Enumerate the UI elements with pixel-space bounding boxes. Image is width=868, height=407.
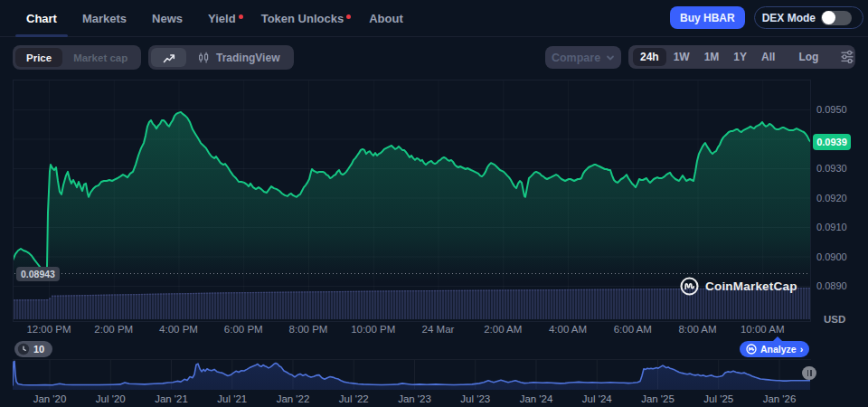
tab-list: ChartMarketsNewsYieldToken UnlocksAbout [15, 0, 418, 36]
line-chart-icon [162, 51, 176, 65]
timeline-label: Jul '24 [582, 393, 612, 405]
y-axis-label: 0.0950 [816, 103, 847, 116]
navigator-resize-handle[interactable] [802, 366, 816, 380]
line-chart-tab[interactable] [151, 48, 186, 67]
tab-yield[interactable]: Yield [197, 0, 247, 36]
notification-dot [239, 14, 243, 19]
metric-tab-price[interactable]: Price [15, 48, 62, 67]
y-axis-label: 0.0890 [816, 279, 847, 292]
y-axis-label: 0.0900 [816, 251, 847, 263]
x-axis-label: 12:00 PM [26, 323, 71, 336]
watermark: CoinMarketCap [680, 277, 797, 296]
x-axis-label: 6:00 PM [224, 323, 263, 336]
watermark-label: CoinMarketCap [705, 279, 797, 293]
x-axis-label: 2:00 AM [484, 323, 522, 336]
log-scale-button[interactable]: Log [791, 48, 826, 66]
range-button-1y[interactable]: 1Y [726, 48, 754, 66]
price-chart-page: ChartMarketsNewsYieldToken UnlocksAbout … [0, 0, 868, 407]
history-count: 10 [33, 344, 44, 355]
currency-label: USD [824, 314, 845, 325]
analyze-logo-icon [746, 344, 757, 355]
chart-settings-button[interactable] [835, 50, 860, 64]
tradingview-label: TradingView [216, 52, 279, 64]
timeline-label: Jan '23 [398, 393, 431, 405]
chevron-down-icon [606, 53, 615, 62]
x-axis-label: 4:00 PM [159, 323, 198, 336]
tab-markets[interactable]: Markets [71, 0, 137, 36]
y-axis-label: 0.0910 [816, 221, 847, 233]
timeline-label: Jul '21 [217, 393, 247, 405]
tab-token-unlocks[interactable]: Token Unlocks [250, 0, 355, 36]
timeline-label: Jul '20 [96, 393, 126, 405]
x-axis-label: 4:00 AM [549, 323, 587, 336]
x-axis-label: 10:00 PM [351, 323, 395, 336]
coinmarketcap-logo-icon [680, 277, 699, 296]
x-axis-label: 8:00 AM [678, 323, 716, 336]
analyze-button[interactable]: Analyze › [740, 341, 809, 357]
notification-dot [346, 14, 351, 19]
tab-about[interactable]: About [358, 0, 414, 36]
analyze-label: Analyze [760, 344, 797, 355]
timeline-label: Jan '24 [520, 393, 553, 405]
navigator-area [13, 361, 810, 390]
timeline-label: Jan '20 [33, 393, 67, 405]
chart-source-tabs: TradingView [148, 45, 294, 70]
y-axis-label: 0.0930 [816, 162, 847, 175]
range-button-1m[interactable]: 1M [697, 48, 727, 66]
timeline-label: Jan '25 [641, 393, 675, 405]
x-axis-label: 24 Mar [422, 323, 455, 336]
timeline-label: Jan '21 [155, 393, 188, 405]
y-axis-label: 0.0920 [816, 192, 847, 204]
timeline-label: Jul '25 [703, 393, 733, 405]
dex-mode-toggle[interactable] [821, 11, 852, 25]
tab-bar: ChartMarketsNewsYieldToken UnlocksAbout … [0, 0, 868, 37]
timeline-label: Jul '23 [460, 393, 490, 405]
timeline-label: Jan '26 [763, 393, 797, 405]
dex-mode-label: DEX Mode [762, 12, 816, 24]
sliders-icon [840, 50, 854, 64]
timeline-label: Jan '22 [277, 393, 310, 405]
x-axis-label: 8:00 PM [289, 323, 328, 336]
current-price-badge: 0.0939 [813, 134, 851, 150]
metric-tab-market-cap[interactable]: Market cap [62, 48, 138, 67]
tradingview-tab[interactable]: TradingView [186, 52, 291, 64]
range-button-1w[interactable]: 1W [666, 48, 697, 66]
dex-mode-control[interactable]: DEX Mode [754, 6, 863, 29]
nav-right-actions: Buy HBAR DEX Mode [670, 6, 863, 29]
timeline-navigator[interactable] [13, 359, 811, 390]
tab-chart[interactable]: Chart [15, 0, 68, 36]
buy-hbar-button[interactable]: Buy HBAR [670, 6, 745, 29]
low-price-badge: 0.08943 [16, 267, 60, 281]
timeline-label: Jul '22 [339, 393, 369, 405]
range-button-24h[interactable]: 24h [633, 48, 666, 66]
range-button-all[interactable]: All [754, 48, 782, 66]
metric-tabs: PriceMarket cap [13, 45, 141, 70]
history-badge[interactable]: 10 [14, 341, 52, 357]
x-axis-label: 2:00 PM [94, 323, 133, 336]
tab-news[interactable]: News [141, 0, 193, 36]
x-axis-label: 6:00 AM [614, 323, 652, 336]
analyze-chevron: › [800, 344, 804, 355]
range-selector: 24h1W1M1YAllLog [628, 45, 855, 69]
toggle-knob [822, 11, 835, 24]
clock-history-icon [17, 343, 30, 355]
compare-label: Compare [552, 52, 600, 64]
candlestick-icon [197, 52, 210, 64]
x-axis-label: 10:00 AM [741, 323, 785, 336]
compare-button[interactable]: Compare [545, 46, 621, 69]
